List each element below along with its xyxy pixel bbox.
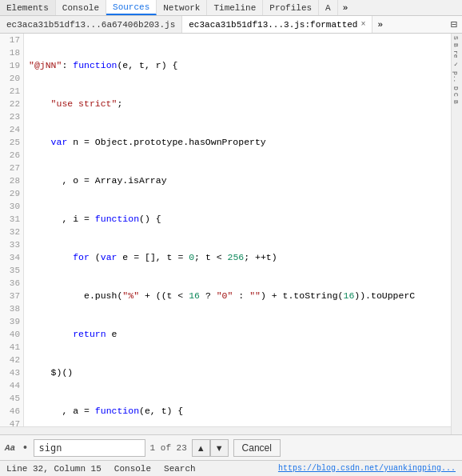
search-prev-btn[interactable]: ▲ [192, 439, 210, 457]
line-num-46: 46 [0, 405, 20, 418]
nav-profiles[interactable]: Profiles [263, 0, 319, 15]
sidebar-label-c[interactable]: C [452, 92, 460, 98]
line-num-36: 36 [0, 277, 20, 290]
code-line-24: return e [29, 328, 451, 341]
line-num-44: 44 [0, 379, 20, 392]
nav-elements[interactable]: Elements [0, 0, 56, 15]
line-num-22: 22 [0, 98, 20, 110]
top-nav-bar: Elements Console Sources Network Timelin… [0, 0, 462, 16]
file-tabs-more-btn[interactable]: » [372, 18, 388, 31]
line-num-17: 17 [0, 34, 20, 46]
line-num-33: 33 [0, 238, 20, 251]
right-sidebar: S B re ✓ p.. D C B [451, 34, 462, 434]
line-col-status: Line 32, Column 15 [6, 464, 102, 474]
panel-toggle-icon[interactable]: ⊟ [446, 16, 462, 33]
line-num-30: 30 [0, 200, 20, 213]
line-num-38: 38 [0, 302, 20, 315]
sidebar-label-b[interactable]: B [452, 42, 460, 48]
code-main: 17 18 19 20 21 22 23 24 25 26 27 28 29 3… [0, 34, 451, 434]
file-tab-0[interactable]: ec3aca31b51df13...6a67406b203.js [0, 16, 182, 33]
nav-timeline[interactable]: Timeline [207, 0, 263, 15]
line-num-37: 37 [0, 290, 20, 302]
nav-console[interactable]: Console [56, 0, 106, 15]
code-line-23: e.push("%" + ((t < 16 ? "0" : "") + t.to… [29, 290, 451, 302]
code-line-18: "use strict"; [29, 98, 451, 110]
code-line-20: , o = Array.isArray [29, 174, 451, 187]
line-num-18: 18 [0, 46, 20, 59]
line-num-21: 21 [0, 85, 20, 98]
sidebar-label-s[interactable]: S [452, 35, 460, 41]
line-num-39: 39 [0, 315, 20, 328]
line-num-27: 27 [0, 162, 20, 174]
line-num-40: 40 [0, 328, 20, 341]
code-line-21: , i = function() { [29, 213, 451, 226]
console-tab[interactable]: Console [114, 464, 151, 474]
sidebar-labels: S B re ✓ p.. D C B [452, 34, 462, 106]
search-next-btn[interactable]: ▼ [210, 439, 229, 457]
line-num-43: 43 [0, 366, 20, 379]
search-nav-buttons: ▲ ▼ [192, 439, 229, 457]
status-left: Line 32, Column 15 Console Search [6, 464, 196, 474]
file-tabs-bar: ec3aca31b51df13...6a67406b203.js ec3aca3… [0, 16, 462, 34]
search-count: 1 of 23 [150, 443, 187, 453]
code-scroll[interactable]: 17 18 19 20 21 22 23 24 25 26 27 28 29 3… [0, 34, 451, 426]
line-num-24: 24 [0, 123, 20, 136]
regex-icon[interactable]: • [22, 442, 28, 454]
close-tab-icon[interactable]: × [360, 20, 365, 29]
code-editor[interactable]: "@jNN": function(e, t, r) { "use strict"… [24, 34, 451, 426]
code-line-26: , a = function(e, t) { [29, 405, 451, 418]
search-cancel-btn[interactable]: Cancel [233, 439, 281, 457]
sidebar-label-check[interactable]: ✓ [452, 60, 460, 69]
sidebar-label-d[interactable]: D [452, 86, 460, 91]
nav-more-btn[interactable]: » [338, 2, 353, 14]
line-num-47: 47 [0, 418, 20, 426]
line-num-34: 34 [0, 251, 20, 264]
line-num-32: 32 [0, 226, 20, 238]
line-num-19: 19 [0, 59, 20, 72]
line-num-41: 41 [0, 341, 20, 354]
sidebar-label-re[interactable]: re [452, 50, 460, 59]
nav-items: Elements Console Sources Network Timelin… [0, 0, 338, 15]
line-num-20: 20 [0, 72, 20, 85]
file-tabs-right: ⊟ [446, 16, 462, 33]
line-num-23: 23 [0, 110, 20, 123]
search-bar: Aa • 1 of 23 ▲ ▼ Cancel [0, 434, 462, 460]
nav-sources[interactable]: Sources [106, 0, 157, 15]
case-sensitive-icon[interactable]: Aa [5, 443, 15, 453]
code-container: 17 18 19 20 21 22 23 24 25 26 27 28 29 3… [0, 34, 462, 434]
sidebar-label-p[interactable]: p.. [452, 70, 460, 83]
code-line-19: var n = Object.prototype.hasOwnProperty [29, 136, 451, 149]
line-num-31: 31 [0, 213, 20, 226]
line-num-45: 45 [0, 392, 20, 405]
code-line-25: $)() [29, 366, 451, 379]
nav-network[interactable]: Network [157, 0, 207, 15]
search-input[interactable] [34, 439, 145, 457]
line-num-26: 26 [0, 149, 20, 162]
sidebar-label-b2[interactable]: B [452, 99, 460, 105]
line-num-25: 25 [0, 136, 20, 149]
file-tab-1[interactable]: ec3aca31b51df13...3.js:formatted × [182, 16, 372, 33]
search-tab[interactable]: Search [164, 464, 196, 474]
line-num-28: 28 [0, 174, 20, 187]
line-num-35: 35 [0, 264, 20, 277]
code-line-22: for (var e = [], t = 0; t < 256; ++t) [29, 251, 451, 264]
line-numbers: 17 18 19 20 21 22 23 24 25 26 27 28 29 3… [0, 34, 24, 426]
status-bar: Line 32, Column 15 Console Search https:… [0, 460, 462, 476]
nav-a[interactable]: A [319, 0, 338, 15]
code-line-17: "@jNN": function(e, t, r) { [29, 59, 451, 72]
line-num-29: 29 [0, 187, 20, 200]
line-num-42: 42 [0, 354, 20, 366]
horizontal-scrollbar[interactable] [0, 426, 451, 434]
status-url: https://blog.csdn.net/yuankingping... [278, 464, 456, 473]
